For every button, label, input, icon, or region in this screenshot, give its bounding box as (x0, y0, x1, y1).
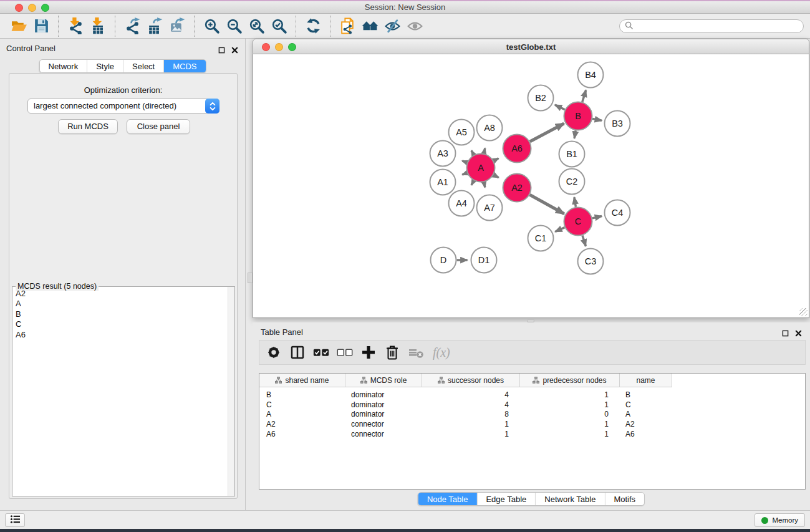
graph-node-C2[interactable]: C2 (559, 169, 585, 195)
network-window-titlebar[interactable]: testGlobe.txt (253, 39, 809, 54)
table-row[interactable]: Cdominator41C (259, 400, 805, 410)
cell-mcds-role[interactable]: connector (345, 420, 422, 428)
hide-selected-icon[interactable] (381, 16, 403, 37)
table-close-panel-icon[interactable] (794, 329, 803, 337)
cell-name[interactable]: B (620, 390, 672, 399)
settings-gear-icon[interactable] (266, 342, 282, 363)
graph-node-D1[interactable]: D1 (471, 248, 497, 273)
cell-predecessor-nodes[interactable]: 1 (520, 400, 620, 409)
graph-edge-C-C3[interactable] (582, 235, 586, 246)
graph-edge-A6-B[interactable] (530, 123, 564, 142)
cell-successor-nodes[interactable]: 4 (422, 400, 520, 409)
tab-edge-table[interactable]: Edge Table (476, 493, 535, 505)
cell-shared-name[interactable]: B (259, 390, 345, 399)
graph-node-B1[interactable]: B1 (559, 142, 585, 167)
cell-name[interactable]: A6 (620, 430, 672, 438)
graph-node-A3[interactable]: A3 (430, 141, 456, 167)
graph-edge-C-C4[interactable] (592, 216, 602, 218)
cell-predecessor-nodes[interactable]: 1 (520, 430, 620, 438)
column-header-successor-nodes[interactable]: successor nodes (422, 374, 520, 387)
cell-predecessor-nodes[interactable]: 0 (520, 410, 620, 418)
graph-edge-B-B1[interactable] (574, 130, 576, 138)
import-table-icon[interactable] (87, 16, 109, 37)
graph-node-A4[interactable]: A4 (449, 191, 475, 216)
graph-edge-A2-C[interactable] (530, 195, 564, 213)
export-network-icon[interactable] (121, 16, 143, 37)
graph-node-C4[interactable]: C4 (605, 200, 630, 226)
tab-motifs[interactable]: Motifs (604, 493, 644, 505)
refresh-icon[interactable] (302, 16, 324, 37)
cell-predecessor-nodes[interactable]: 1 (520, 390, 620, 399)
graph-edge-B-B3[interactable] (592, 118, 602, 120)
graph-edge-A-A8[interactable] (484, 148, 485, 153)
cell-predecessor-nodes[interactable]: 1 (520, 420, 620, 428)
cell-name[interactable]: A2 (620, 420, 672, 428)
graph-edge-A-A4[interactable] (471, 181, 474, 185)
column-header-mcds-role[interactable]: MCDS role (345, 374, 422, 387)
graph-node-A[interactable]: A (467, 154, 495, 182)
result-node-item[interactable]: B (12, 309, 234, 319)
column-header-name[interactable]: name (620, 374, 672, 387)
add-column-icon[interactable] (360, 342, 377, 363)
tab-node-table[interactable]: Node Table (418, 493, 477, 505)
resize-grip-icon[interactable] (799, 308, 808, 316)
show-all-icon[interactable] (403, 16, 426, 37)
table-row[interactable]: Bdominator41B (259, 390, 805, 400)
log-console-button[interactable] (5, 513, 25, 527)
graph-node-A6[interactable]: A6 (503, 135, 531, 163)
close-window-icon[interactable] (15, 4, 23, 12)
tab-select[interactable]: Select (123, 60, 163, 72)
graph-edge-C-C2[interactable] (574, 197, 576, 207)
cell-mcds-role[interactable]: dominator (345, 400, 422, 409)
graph-node-D[interactable]: D (431, 248, 456, 273)
graph-node-C3[interactable]: C3 (578, 249, 604, 274)
criterion-dropdown[interactable]: largest connected component (directed) (27, 99, 219, 114)
graph-edge-A-A2[interactable] (494, 175, 499, 177)
network-canvas[interactable]: B4B2BB3A8A5A6A3B1AA1C2A2A4A7C4CC1DD1C3 (253, 54, 809, 318)
graph-node-B[interactable]: B (564, 102, 592, 130)
zoom-fit-icon[interactable] (245, 16, 268, 37)
save-session-icon[interactable] (30, 16, 52, 37)
cell-mcds-role[interactable]: dominator (345, 390, 422, 399)
export-table-icon[interactable] (143, 16, 166, 37)
table-row[interactable]: A6connector11A6 (259, 429, 805, 439)
cell-mcds-role[interactable]: dominator (345, 410, 422, 418)
float-panel-icon[interactable] (217, 46, 226, 54)
result-node-item[interactable]: A (12, 299, 234, 309)
network-minimize-icon[interactable] (275, 43, 283, 51)
tab-network-table[interactable]: Network Table (535, 493, 604, 505)
column-header-predecessor-nodes[interactable]: predecessor nodes (520, 374, 620, 387)
graph-node-A7[interactable]: A7 (477, 195, 503, 221)
graph-node-B3[interactable]: B3 (605, 111, 630, 137)
graph-edge-A-A3[interactable] (462, 161, 467, 163)
search-box[interactable] (619, 19, 804, 33)
cell-shared-name[interactable]: A6 (259, 430, 345, 438)
search-input[interactable] (633, 22, 803, 31)
table-row[interactable]: Adominator80A (259, 409, 805, 419)
column-header-shared-name[interactable]: shared name (259, 374, 345, 387)
network-maximize-icon[interactable] (288, 43, 296, 51)
graph-edge-C-C1[interactable] (555, 228, 564, 232)
graph-edge-A-A5[interactable] (471, 150, 474, 155)
graph-node-A1[interactable]: A1 (430, 170, 456, 195)
close-panel-icon[interactable] (230, 46, 239, 54)
graph-node-A2[interactable]: A2 (503, 174, 531, 202)
network-from-selection-icon[interactable] (336, 16, 359, 37)
graph-edge-A-A1[interactable] (462, 173, 467, 175)
graph-edge-B-B2[interactable] (555, 105, 565, 110)
graph-node-C1[interactable]: C1 (528, 226, 554, 251)
cell-shared-name[interactable]: C (259, 400, 345, 409)
table-row[interactable]: A2connector11A2 (259, 419, 805, 429)
run-mcds-button[interactable]: Run MCDS (58, 119, 118, 134)
result-node-item[interactable]: A2 (12, 289, 234, 299)
graph-node-C[interactable]: C (564, 208, 592, 236)
titlebar[interactable]: Session: New Session (0, 1, 810, 14)
zoom-in-icon[interactable] (200, 16, 223, 37)
open-session-icon[interactable] (7, 16, 30, 37)
tab-mcds[interactable]: MCDS (163, 60, 205, 72)
graph-edge-A-A6[interactable] (494, 158, 499, 161)
cell-successor-nodes[interactable]: 1 (422, 430, 520, 438)
export-image-icon[interactable] (166, 16, 188, 37)
cell-successor-nodes[interactable]: 4 (422, 390, 520, 399)
cell-shared-name[interactable]: A2 (259, 420, 345, 428)
